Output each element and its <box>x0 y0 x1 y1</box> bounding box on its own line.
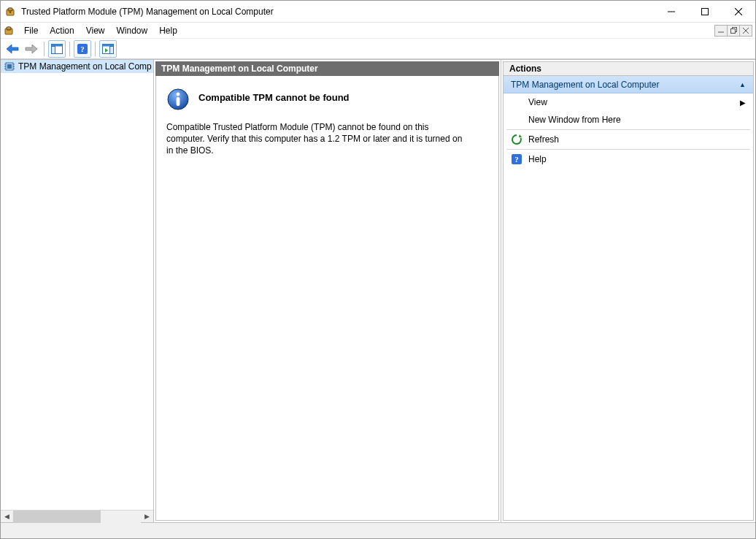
menu-file[interactable]: File <box>18 24 44 37</box>
details-header: TPM Management on Local Computer <box>155 61 499 76</box>
action-refresh[interactable]: Refresh <box>504 131 753 148</box>
svg-rect-21 <box>110 46 114 53</box>
app-window: Trusted Platform Module (TPM) Management… <box>0 0 756 539</box>
info-description: Compatible Trusted Platform Module (TPM)… <box>166 121 466 157</box>
info-title: Compatible TPM cannot be found <box>198 88 350 103</box>
tree-horizontal-scrollbar[interactable]: ◀ ▶ <box>1 510 153 522</box>
action-new-window[interactable]: New Window from Here <box>504 111 753 129</box>
details-panel: TPM Management on Local Computer <box>154 60 501 522</box>
scroll-right-arrow-icon[interactable]: ▶ <box>141 511 153 523</box>
svg-rect-16 <box>52 46 55 53</box>
window-controls <box>655 1 755 22</box>
console-tree-panel: TPM Management on Local Comp ◀ ▶ <box>1 60 154 522</box>
menubar: File Action View Window Help <box>1 23 755 39</box>
svg-marker-34 <box>519 134 522 137</box>
show-hide-console-tree-button[interactable] <box>48 40 66 58</box>
nav-back-button[interactable] <box>4 40 21 58</box>
scroll-thumb[interactable] <box>13 511 101 523</box>
action-label: Refresh <box>528 134 559 145</box>
action-label: Help <box>528 154 547 164</box>
svg-text:?: ? <box>514 155 519 164</box>
show-hide-action-pane-button[interactable] <box>99 40 117 58</box>
action-divider <box>506 149 750 150</box>
menu-action[interactable]: Action <box>44 24 80 37</box>
nav-forward-button[interactable] <box>23 40 40 58</box>
submenu-arrow-icon: ▶ <box>740 99 746 107</box>
actions-section-label: TPM Management on Local Computer <box>511 80 659 90</box>
blank-icon <box>511 114 522 126</box>
mdi-close-button[interactable] <box>739 25 752 37</box>
window-title: Trusted Platform Module (TPM) Management… <box>21 7 655 17</box>
refresh-icon <box>511 134 522 145</box>
menu-window[interactable]: Window <box>111 24 154 37</box>
svg-rect-11 <box>730 29 735 34</box>
blank-icon <box>511 96 522 108</box>
toolbar-separator <box>44 42 45 56</box>
details-body: Compatible TPM cannot be found Compatibl… <box>155 76 499 521</box>
maximize-button[interactable] <box>688 1 722 23</box>
help-button[interactable]: ? <box>74 40 91 58</box>
scroll-left-arrow-icon[interactable]: ◀ <box>1 511 13 523</box>
action-label: View <box>528 97 547 107</box>
statusbar <box>1 522 755 538</box>
actions-section-title[interactable]: TPM Management on Local Computer ▲ <box>504 76 753 93</box>
svg-rect-33 <box>177 97 180 106</box>
toolbar-separator <box>95 42 96 56</box>
svg-text:?: ? <box>80 45 85 53</box>
tree-body: TPM Management on Local Comp <box>1 60 153 510</box>
action-help[interactable]: ? Help <box>504 150 753 168</box>
svg-rect-24 <box>7 64 12 69</box>
svg-rect-4 <box>702 9 709 15</box>
mdi-controls <box>715 25 754 37</box>
tree-item-label: TPM Management on Local Comp <box>18 61 152 72</box>
svg-point-2 <box>9 11 12 13</box>
svg-point-32 <box>177 93 180 96</box>
help-icon: ? <box>511 153 522 165</box>
menu-view[interactable]: View <box>80 24 111 37</box>
tpm-app-icon <box>5 6 17 18</box>
toolbar-separator <box>69 42 70 56</box>
svg-rect-7 <box>5 28 12 34</box>
tree-item-tpm-root[interactable]: TPM Management on Local Comp <box>1 60 153 73</box>
close-button[interactable] <box>722 1 755 23</box>
action-view[interactable]: View ▶ <box>504 93 753 111</box>
minimize-button[interactable] <box>655 1 688 23</box>
actions-header: Actions <box>503 61 754 76</box>
actions-panel: Actions TPM Management on Local Computer… <box>501 60 755 522</box>
titlebar: Trusted Platform Module (TPM) Management… <box>1 1 755 23</box>
mdi-minimize-button[interactable] <box>714 25 728 37</box>
action-label: New Window from Here <box>528 115 621 125</box>
tpm-chip-icon <box>4 61 15 72</box>
tpm-app-icon-small <box>4 25 15 37</box>
info-icon <box>166 88 190 111</box>
mdi-restore-button[interactable] <box>727 25 740 37</box>
scroll-track[interactable] <box>13 511 141 523</box>
collapse-arrow-icon[interactable]: ▲ <box>739 81 746 88</box>
info-header-row: Compatible TPM cannot be found <box>166 88 488 111</box>
main-area: TPM Management on Local Comp ◀ ▶ TPM Man… <box>1 59 755 522</box>
menu-help[interactable]: Help <box>153 24 183 37</box>
actions-body: TPM Management on Local Computer ▲ View … <box>503 76 754 521</box>
toolbar: ? <box>1 39 755 59</box>
action-divider <box>506 129 750 130</box>
